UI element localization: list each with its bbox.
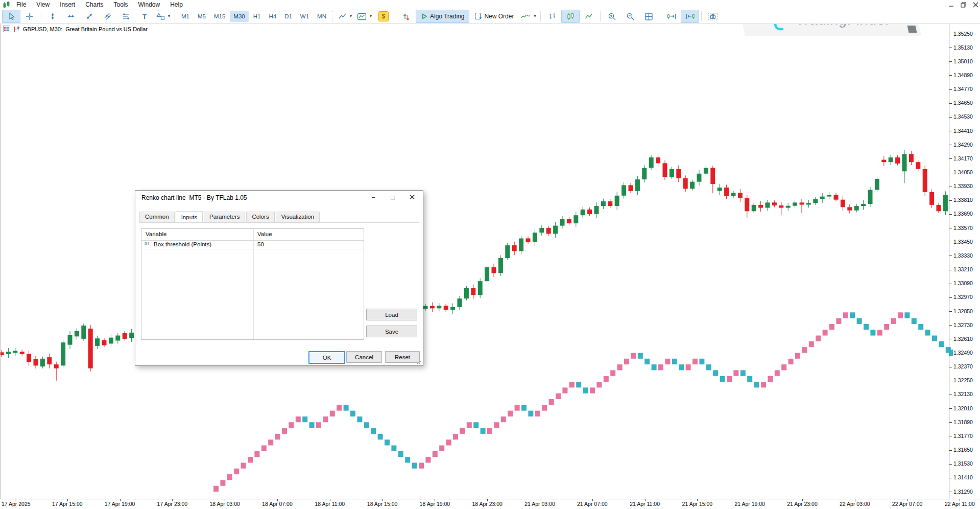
toolbar-separator [332,11,333,21]
price-axis-label: 1.33450 [953,239,973,245]
time-axis-label: 21 Apr 03:00 [524,501,555,507]
algo-trading-button[interactable]: Algo Trading [416,10,469,23]
price-axis-tick [949,422,952,423]
price-axis-label: 1.35130 [953,44,973,51]
price-axis-label: 1.32970 [953,294,973,300]
price-axis-tick [949,339,952,339]
candlestick-chart-type-button[interactable] [561,10,580,23]
menu-item-insert[interactable]: Insert [55,1,80,9]
price-axis-tick [949,297,952,298]
shapes-tool-button[interactable]: ▾ [154,10,173,23]
auto-scroll-button[interactable] [662,10,681,23]
tab-inputs[interactable]: Inputs [176,211,203,223]
horizontal-line-tool-button[interactable] [62,10,80,23]
screenshot-camera-button[interactable] [704,10,722,23]
fibonacci-tool-button[interactable] [117,10,135,23]
chevron-down-icon: ▾ [350,14,352,18]
timeframe-d1-button[interactable]: D1 [281,11,296,22]
price-axis-label: 1.34530 [953,113,973,120]
timeframe-w1-button[interactable]: W1 [297,11,313,22]
menu-item-view[interactable]: View [31,1,55,9]
timeframe-mn-button[interactable]: MN [314,11,330,22]
tab-common[interactable]: Common [139,212,175,222]
dialog-maximize-button[interactable]: □ [387,192,398,202]
window-close-button[interactable] [971,1,980,8]
channel-tool-button[interactable] [99,10,117,23]
ok-button[interactable]: OK [308,351,345,364]
price-axis-tick [949,492,952,492]
toolbar-separator [660,11,660,21]
price-axis-label: 1.34410 [953,128,973,134]
vertical-line-tool-button[interactable] [43,10,62,23]
menu-item-charts[interactable]: Charts [80,1,108,9]
indicator-window-button[interactable]: ▾ [354,10,374,23]
bar-chart-type-button[interactable] [543,10,561,23]
input-variable-name: Box threshold (Points) [154,241,211,247]
dialog-resize-grip[interactable] [417,359,422,364]
input-type-icon: 01 [145,241,150,246]
tab-visualization[interactable]: Visualization [276,212,320,222]
menu-item-file[interactable]: File [11,1,31,9]
price-axis[interactable]: 1.352501.351301.350101.348901.347701.346… [949,24,980,499]
table-row[interactable]: 01 Box threshold (Points) 50 [141,240,364,249]
reset-button[interactable]: Reset [385,351,420,363]
text-tool-button[interactable]: T [135,10,154,23]
price-axis-tick [949,131,952,131]
load-button[interactable]: Load [366,309,417,320]
trendline-tool-button[interactable] [80,10,99,23]
menu-bar: FileViewInsertChartsToolsWindowHelp [0,0,980,9]
dialog-minimize-button[interactable]: − [368,192,379,202]
market-watch-dollar-button[interactable]: $ [374,10,393,23]
timeframe-m5-button[interactable]: M5 [194,11,209,22]
cursor-tool-button[interactable] [2,10,20,23]
timeframe-h4-button[interactable]: H4 [265,11,280,22]
price-axis-tick [949,408,952,409]
menu-item-tools[interactable]: Tools [109,1,133,9]
time-axis-label: 18 Apr 07:00 [262,501,293,507]
tick-arrows-button[interactable] [397,10,416,23]
price-axis-tick [949,158,952,159]
save-button[interactable]: Save [366,326,417,337]
time-axis-label: 17 Apr 15:00 [52,501,83,507]
price-axis-label: 1.34770 [953,86,973,92]
timeframe-m1-button[interactable]: M1 [178,11,193,22]
price-axis-label: 1.32730 [953,322,973,328]
time-axis-label: 21 Apr 07:00 [577,501,608,507]
chart-shift-button[interactable] [681,10,699,23]
chart-symbol-text: GBPUSD, M30: Great Britain Pound vs US D… [23,26,148,32]
price-axis-tick [949,200,952,201]
toolbar-separator [175,11,175,21]
line-chart-type-button[interactable] [580,10,598,23]
table-header-value: Value [257,231,272,237]
timeframe-m30-button[interactable]: M30 [230,11,248,22]
window-minimize-button[interactable] [947,1,955,8]
time-axis-label: 22 Apr 11:00 [945,501,975,507]
indicators-button[interactable]: ▾ [518,10,538,23]
tile-windows-button[interactable] [639,10,658,23]
zoom-in-button[interactable] [603,10,621,23]
dialog-close-button[interactable]: ✕ [407,192,418,202]
timeframe-m15-button[interactable]: M15 [210,11,229,22]
crosshair-tool-button[interactable] [20,10,39,23]
time-axis-label: 18 Apr 19:00 [420,501,450,507]
price-axis-label: 1.33210 [953,266,973,272]
zoom-out-button[interactable] [621,10,639,23]
toolbar-separator [41,11,41,21]
dialog-window-buttons: − □ ✕ [368,192,418,202]
new-order-button[interactable]: New Order [469,10,518,23]
time-axis[interactable]: 17 Apr 202517 Apr 15:0017 Apr 19:0017 Ap… [0,499,980,509]
price-axis-tick [949,464,952,465]
price-axis-label: 1.32850 [953,308,973,314]
window-restore-button[interactable] [959,1,968,8]
tab-parameters[interactable]: Parameters [204,212,245,222]
input-value-cell[interactable]: 50 [257,241,264,247]
price-axis-label: 1.33330 [953,252,973,259]
menu-item-window[interactable]: Window [133,1,165,9]
chart-template-button[interactable]: ▾ [336,10,354,23]
menu-item-help[interactable]: Help [165,1,188,9]
tab-colors[interactable]: Colors [246,212,274,222]
timeframe-h1-button[interactable]: H1 [250,11,265,22]
cancel-button[interactable]: Cancel [346,351,382,363]
price-axis-label: 1.31530 [953,460,973,467]
time-axis-label: 22 Apr 07:00 [892,501,923,507]
